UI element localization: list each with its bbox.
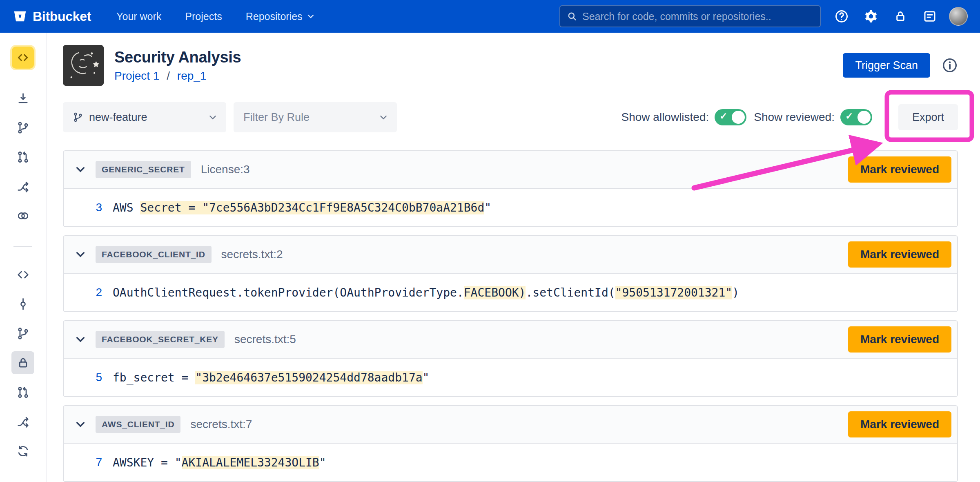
info-icon[interactable] bbox=[942, 57, 958, 74]
security-lock-icon[interactable] bbox=[11, 351, 34, 374]
top-navigation: Bitbucket Your work Projects Repositorie… bbox=[0, 0, 980, 33]
line-number: 2 bbox=[74, 286, 102, 299]
branch-icon bbox=[73, 112, 83, 123]
mark-reviewed-button[interactable]: Mark reviewed bbox=[848, 326, 951, 353]
code-text: " bbox=[423, 371, 430, 384]
code-line: fb_secret = "3b2e464637e5159024254dd78aa… bbox=[113, 371, 429, 384]
chevron-down-icon bbox=[380, 115, 387, 120]
code-text: " bbox=[319, 456, 326, 469]
finding-location: secrets.txt:7 bbox=[190, 418, 252, 431]
brand-name: Bitbucket bbox=[33, 9, 91, 24]
breadcrumb: Project 1 / rep_1 bbox=[114, 69, 241, 83]
finding-location: secrets.txt:5 bbox=[234, 333, 296, 346]
deployments-icon[interactable] bbox=[11, 204, 34, 227]
chevron-down-icon[interactable] bbox=[75, 164, 86, 175]
nav-projects[interactable]: Projects bbox=[185, 11, 222, 22]
pull-requests-icon[interactable] bbox=[11, 381, 34, 404]
secret-highlight: AKIALALEMEL33243OLIB bbox=[182, 456, 319, 469]
code-text: fb_secret = bbox=[113, 371, 195, 384]
feedback-icon[interactable] bbox=[921, 8, 938, 25]
user-avatar[interactable] bbox=[949, 7, 968, 26]
finding-card: FACEBOOK_CLIENT_ID secrets.txt:2 Mark re… bbox=[63, 235, 958, 312]
finding-header: GENERIC_SECRET License:3 Mark reviewed bbox=[64, 151, 957, 189]
branch-selector-value: new-feature bbox=[89, 111, 147, 124]
code-text: AWSKEY = " bbox=[113, 456, 182, 469]
sidebar-divider bbox=[13, 246, 32, 247]
code-icon bbox=[17, 51, 29, 64]
code-text: " bbox=[484, 201, 491, 214]
code-line: OAuthClientRequest.tokenProvider(OAuthPr… bbox=[113, 286, 739, 299]
breadcrumb-repo-link[interactable]: rep_1 bbox=[177, 69, 207, 82]
finding-header: AWS_CLIENT_ID secrets.txt:7 Mark reviewe… bbox=[64, 406, 957, 444]
pipelines-icon[interactable] bbox=[11, 175, 34, 198]
bitbucket-app: Bitbucket Your work Projects Repositorie… bbox=[0, 0, 980, 482]
help-icon[interactable] bbox=[833, 8, 850, 25]
finding-location: License:3 bbox=[201, 163, 250, 176]
commits-icon[interactable] bbox=[11, 292, 34, 315]
trigger-scan-button[interactable]: Trigger Scan bbox=[843, 53, 930, 78]
sidebar bbox=[0, 33, 47, 482]
topnav-avatar-group bbox=[949, 7, 968, 26]
line-number: 5 bbox=[74, 371, 102, 384]
branches-icon[interactable] bbox=[11, 322, 34, 345]
rule-badge: FACEBOOK_CLIENT_ID bbox=[96, 246, 212, 263]
pipelines-icon[interactable] bbox=[11, 410, 34, 433]
settings-icon[interactable] bbox=[862, 8, 880, 25]
sync-icon[interactable] bbox=[11, 440, 34, 462]
source-code-icon[interactable] bbox=[11, 263, 34, 286]
code-line: AWS Secret = "7ce556A3bD234Cc1Ff9E8A5C32… bbox=[113, 201, 491, 214]
finding-card: AWS_CLIENT_ID secrets.txt:7 Mark reviewe… bbox=[63, 405, 958, 482]
chevron-down-icon[interactable] bbox=[75, 249, 86, 260]
search-input[interactable] bbox=[582, 11, 813, 22]
finding-card: GENERIC_SECRET License:3 Mark reviewed 3… bbox=[63, 150, 958, 227]
breadcrumb-project-link[interactable]: Project 1 bbox=[114, 69, 160, 82]
breadcrumb-separator: / bbox=[167, 69, 170, 82]
rule-badge: GENERIC_SECRET bbox=[96, 161, 191, 178]
code-text: AWS bbox=[113, 201, 140, 214]
finding-header: FACEBOOK_SECRET_KEY secrets.txt:5 Mark r… bbox=[64, 321, 957, 359]
pull-requests-icon[interactable] bbox=[11, 145, 34, 168]
toggle-knob bbox=[858, 111, 871, 124]
nav-repositories[interactable]: Repositories bbox=[246, 11, 314, 22]
mark-reviewed-button[interactable]: Mark reviewed bbox=[848, 241, 951, 268]
toggle-group: Show allowlisted: ✓ Show reviewed: ✓ Exp… bbox=[621, 104, 958, 130]
mark-reviewed-button[interactable]: Mark reviewed bbox=[848, 411, 951, 437]
chevron-down-icon[interactable] bbox=[75, 334, 86, 345]
clone-icon[interactable] bbox=[11, 87, 34, 109]
chevron-down-icon bbox=[209, 115, 216, 120]
show-reviewed-toggle[interactable]: ✓ bbox=[840, 109, 872, 125]
secret-highlight: "950513172001321" bbox=[615, 286, 733, 299]
finding-body: 2 OAuthClientRequest.tokenProvider(OAuth… bbox=[64, 274, 957, 311]
check-icon: ✓ bbox=[719, 111, 727, 122]
rule-badge: AWS_CLIENT_ID bbox=[96, 416, 180, 433]
export-button[interactable]: Export bbox=[898, 104, 958, 130]
admin-lock-icon[interactable] bbox=[892, 8, 909, 25]
bitbucket-bucket-icon bbox=[12, 9, 28, 24]
mark-reviewed-button[interactable]: Mark reviewed bbox=[848, 156, 951, 183]
findings-list: GENERIC_SECRET License:3 Mark reviewed 3… bbox=[63, 150, 958, 482]
chevron-down-icon bbox=[307, 14, 314, 18]
global-search[interactable] bbox=[559, 5, 821, 27]
finding-body: 5 fb_secret = "3b2e464637e5159024254dd78… bbox=[64, 359, 957, 396]
search-icon bbox=[567, 11, 577, 22]
line-number: 7 bbox=[74, 456, 102, 469]
repository-artwork-avatar bbox=[63, 45, 104, 86]
repo-avatar[interactable] bbox=[12, 47, 34, 69]
rule-filter-selector[interactable]: Filter By Rule bbox=[234, 102, 397, 132]
branch-selector[interactable]: new-feature bbox=[63, 102, 226, 132]
code-text: OAuthClientRequest.tokenProvider(OAuthPr… bbox=[113, 286, 464, 299]
nav-your-work[interactable]: Your work bbox=[116, 11, 161, 22]
line-number: 3 bbox=[74, 201, 102, 214]
show-allowlisted-toggle[interactable]: ✓ bbox=[715, 109, 746, 125]
bitbucket-logo[interactable]: Bitbucket bbox=[12, 9, 91, 24]
branches-icon[interactable] bbox=[11, 116, 34, 139]
check-icon: ✓ bbox=[845, 111, 853, 122]
show-allowlisted-label: Show allowlisted: bbox=[621, 111, 709, 124]
chevron-down-icon[interactable] bbox=[75, 419, 86, 430]
secret-highlight: "3b2e464637e5159024254dd78aadb17a bbox=[195, 371, 422, 384]
filter-row: new-feature Filter By Rule Show allowlis… bbox=[63, 102, 958, 132]
secret-highlight: FACEBOOK) bbox=[464, 286, 526, 299]
code-line: AWSKEY = "AKIALALEMEL33243OLIB" bbox=[113, 456, 326, 469]
title-block: Security Analysis Project 1 / rep_1 bbox=[114, 49, 241, 83]
finding-location: secrets.txt:2 bbox=[221, 248, 283, 261]
